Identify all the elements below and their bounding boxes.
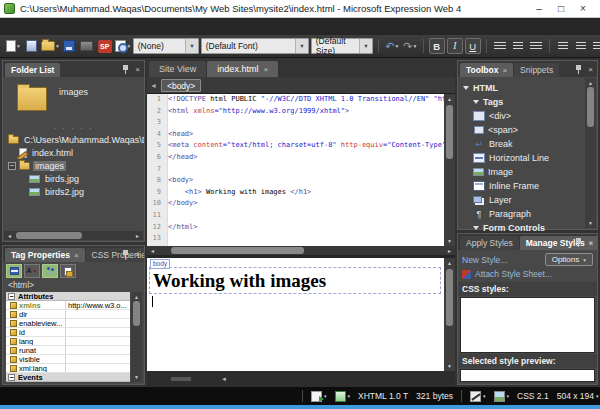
italic-button[interactable]: I — [447, 38, 463, 54]
menu-item[interactable] — [143, 25, 157, 29]
scroll-down-icon[interactable]: ▼ — [134, 373, 139, 381]
underline-button[interactable]: U — [465, 38, 481, 54]
tab-site-view[interactable]: Site View — [149, 61, 206, 77]
open-site-button[interactable] — [23, 37, 39, 55]
close-icon[interactable]: × — [588, 66, 593, 74]
superpreview-button[interactable]: SP — [97, 37, 113, 55]
style-select[interactable]: (None)▼ — [133, 38, 199, 54]
pin-icon[interactable] — [122, 65, 129, 74]
print-button[interactable] — [79, 37, 95, 55]
align-right-button[interactable] — [528, 37, 544, 55]
align-left-button[interactable] — [492, 37, 508, 55]
scroll-left-icon[interactable]: ◄ — [5, 233, 14, 239]
code-line[interactable]: 12</html> — [147, 222, 455, 234]
pin-icon[interactable] — [575, 65, 582, 74]
scroll-up-icon[interactable]: ▲ — [588, 79, 593, 87]
toolbox-item[interactable]: Tags — [458, 95, 597, 109]
scroll-down-icon[interactable]: ▼ — [447, 237, 452, 245]
property-row[interactable]: runat — [6, 346, 130, 355]
scroll-right-icon[interactable]: ► — [133, 233, 142, 239]
property-value[interactable]: http://www.w3.o... — [66, 301, 130, 310]
toolbox-item[interactable]: Horizontal Line — [458, 151, 597, 165]
maximize-button[interactable]: □ — [550, 1, 572, 17]
folder-large-item[interactable]: images — [3, 77, 144, 123]
categorized-view-button[interactable] — [6, 264, 22, 278]
close-icon[interactable]: × — [263, 65, 268, 74]
tab-tag-properties[interactable]: Tag Properties× — [5, 248, 85, 262]
page-dimensions-button[interactable]: 504 x 194▾ — [557, 391, 599, 401]
code-line[interactable]: 9 <h1> Working with images </h1> — [147, 187, 455, 199]
property-row[interactable]: id — [6, 328, 130, 337]
scroll-thumb[interactable] — [587, 87, 594, 127]
code-view[interactable]: 1<!DOCTYPE html PUBLIC "-//W3C//DTD XHTM… — [147, 94, 455, 246]
close-icon[interactable]: × — [588, 239, 593, 247]
scroll-left-icon[interactable]: ◄ — [221, 376, 227, 382]
property-section[interactable]: −Events — [6, 373, 130, 382]
scroll-thumb[interactable] — [16, 232, 81, 239]
scroll-right-icon[interactable]: ► — [445, 248, 454, 254]
close-icon[interactable]: × — [135, 66, 140, 74]
folder-tree-item[interactable]: C:\Users\Muhammad.Waqas\Documents\M — [3, 133, 144, 146]
toolbox-item[interactable]: Layer — [458, 193, 597, 207]
save-button[interactable] — [61, 37, 77, 55]
code-line[interactable]: 13 — [147, 233, 455, 245]
new-document-button[interactable]: ▾ — [5, 37, 21, 55]
collapse-icon[interactable]: − — [8, 374, 15, 381]
view-tab[interactable] — [150, 377, 170, 381]
tab-snippets[interactable]: Snippets — [514, 63, 559, 77]
css-styles-list[interactable] — [460, 297, 595, 353]
close-icon[interactable]: × — [135, 251, 140, 259]
image-options-button[interactable]: ▾ — [494, 391, 510, 402]
design-heading[interactable]: Working with images — [150, 270, 326, 292]
tab-toolbox[interactable]: Toolbox× — [460, 63, 513, 77]
menu-item[interactable] — [31, 25, 45, 29]
undo-button[interactable]: ↶▾ — [384, 37, 400, 55]
scroll-up-icon[interactable]: ▲ — [447, 259, 452, 267]
code-line[interactable]: 1<!DOCTYPE html PUBLIC "-//W3C//DTD XHTM… — [147, 94, 455, 106]
code-line[interactable]: 2<html xmlns="http://www.w3.org/1999/xht… — [147, 106, 455, 118]
design-view[interactable]: body Working with images ▲ ▼ — [147, 258, 455, 371]
numbered-list-button[interactable] — [555, 37, 571, 55]
tab-index-html[interactable]: index.html× — [207, 61, 278, 77]
property-row[interactable]: dir — [6, 310, 130, 319]
code-line[interactable]: 4<head> — [147, 129, 455, 141]
scroll-down-icon[interactable]: ▼ — [447, 362, 452, 370]
toolbox-item[interactable]: HTML — [458, 81, 597, 95]
preview-in-browser-button[interactable]: ▾ — [115, 37, 131, 55]
design-vscrollbar[interactable]: ▲ ▼ — [444, 258, 455, 371]
folder-list-hscrollbar[interactable]: ◄ ► — [4, 231, 143, 240]
menu-item[interactable] — [115, 25, 129, 29]
new-style-link[interactable]: New Style... — [462, 255, 507, 265]
menu-item[interactable] — [3, 25, 17, 29]
folder-tree-item[interactable]: − birds2.jpg — [3, 185, 144, 198]
open-file-button[interactable]: ▾ — [41, 37, 59, 55]
close-icon[interactable]: × — [74, 251, 79, 260]
menu-item[interactable] — [87, 25, 101, 29]
collapse-icon[interactable]: − — [8, 293, 15, 300]
close-icon[interactable]: × — [502, 66, 507, 75]
menu-item[interactable] — [73, 25, 87, 29]
toolbox-vscrollbar[interactable]: ▲ ▼ — [585, 78, 596, 228]
code-line[interactable]: 3 — [147, 117, 455, 129]
chevron-left-icon[interactable]: ◄ — [150, 82, 157, 89]
minimize-button[interactable]: – — [528, 1, 550, 17]
code-vscrollbar[interactable]: ▲ ▼ — [444, 94, 455, 246]
menu-item[interactable] — [129, 25, 143, 29]
show-set-properties-button[interactable] — [42, 264, 58, 278]
visual-aids-button[interactable]: ▾ — [470, 391, 486, 402]
align-center-button[interactable] — [510, 37, 526, 55]
scroll-thumb[interactable] — [171, 247, 303, 254]
options-button[interactable]: Options▾ — [545, 253, 593, 266]
code-line[interactable]: 8<body> — [147, 175, 455, 187]
toolbox-item[interactable]: <div> — [458, 109, 597, 123]
folder-tree-item[interactable]: − index.html — [3, 146, 144, 159]
scroll-thumb[interactable] — [133, 301, 140, 326]
menu-item[interactable] — [17, 25, 31, 29]
scroll-thumb[interactable] — [446, 269, 453, 326]
page-status-button[interactable]: ▾ — [335, 391, 351, 402]
decrease-indent-button[interactable] — [591, 37, 600, 55]
publish-status-button[interactable]: ▾ — [311, 391, 327, 402]
toolbox-item[interactable]: Image — [458, 165, 597, 179]
folder-tree-item[interactable]: − birds.jpg — [3, 172, 144, 185]
scroll-down-icon[interactable]: ▼ — [588, 219, 593, 227]
